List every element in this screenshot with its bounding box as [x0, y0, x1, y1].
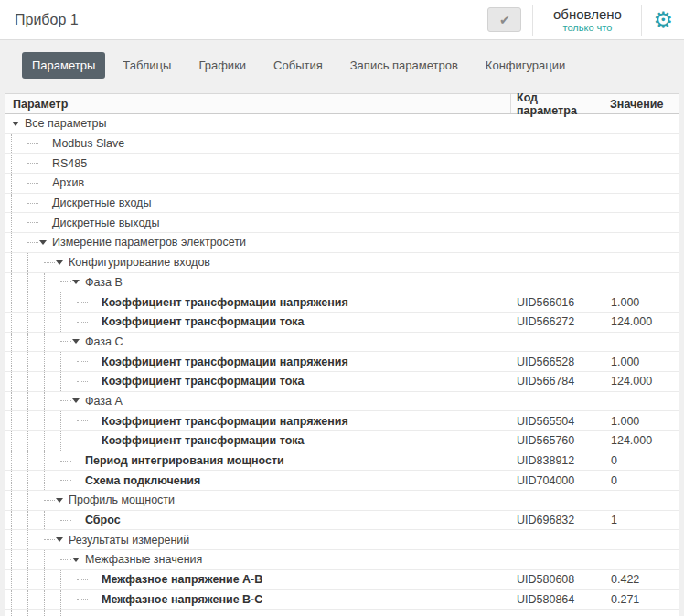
expander-icon[interactable]	[56, 498, 63, 503]
table-row[interactable]: Коэффициент трансформации напряженияUID5…	[5, 292, 679, 313]
table-row[interactable]: Конфигурирование входов	[5, 253, 679, 273]
param-code: UID566784	[510, 372, 604, 391]
param-value[interactable]: 1	[604, 511, 679, 530]
tree-guide-line	[44, 292, 60, 312]
table-row[interactable]: Коэффициент трансформации токаUID5667841…	[5, 372, 679, 392]
table-row[interactable]: Фаза A	[5, 392, 679, 412]
param-value[interactable]: 0.422	[604, 570, 679, 589]
gear-icon[interactable]: ⚙	[653, 9, 673, 31]
tree-guide-line	[44, 313, 60, 332]
apply-button[interactable]: ✔	[487, 7, 521, 32]
param-code: UID566528	[510, 352, 604, 371]
tab-tables[interactable]: Таблицы	[112, 52, 181, 79]
tree-guide-line	[11, 313, 27, 332]
tab-parameters[interactable]: Параметры	[22, 52, 105, 79]
tree-connector-line	[77, 302, 88, 303]
tree-guide-line	[27, 253, 44, 272]
update-status: обновлено только что	[532, 5, 642, 36]
row-label: RS485	[52, 157, 87, 170]
column-header-parameter[interactable]: Параметр	[5, 94, 510, 113]
expander-icon[interactable]	[72, 398, 80, 403]
expander-icon[interactable]	[56, 260, 63, 265]
param-value	[604, 134, 679, 154]
param-cell: Все параметры	[5, 114, 510, 133]
table-row[interactable]: RS485	[5, 154, 679, 174]
tree-guide-line	[11, 233, 27, 252]
table-row[interactable]: Коэффициент трансформации токаUID5662721…	[5, 313, 679, 333]
table-row[interactable]: Коэффициент трансформации напряженияUID5…	[5, 352, 679, 372]
tree-rows: Все параметрыModbus SlaveRS485АрхивДискр…	[5, 114, 679, 616]
table-row[interactable]: Результаты измерений	[5, 530, 679, 550]
tree-guide-line	[11, 174, 27, 193]
tree-guide-line	[44, 610, 60, 616]
table-row[interactable]: Коэффициент трансформации напряженияUID5…	[5, 411, 679, 431]
column-header-code[interactable]: Код параметра	[510, 94, 604, 113]
param-value	[604, 174, 679, 193]
param-value[interactable]: 1.000	[604, 352, 679, 371]
tree-guide-line	[27, 352, 44, 371]
tree-guide-line	[60, 372, 77, 391]
tree-guide-line	[60, 570, 77, 589]
param-value[interactable]: 1.000	[604, 411, 679, 430]
table-row[interactable]: Дискретные входы	[5, 194, 679, 214]
tree-connector-line	[77, 381, 88, 382]
tree-guide-line	[11, 411, 27, 430]
column-header-value[interactable]: Значение	[604, 94, 679, 113]
param-code: UID566016	[510, 292, 604, 312]
table-row[interactable]: Измерение параметров электросети	[5, 233, 679, 253]
table-row[interactable]: Межфазное напряжение B-CUID5808640.271	[5, 590, 679, 611]
param-code	[510, 174, 604, 193]
row-label: Коэффициент трансформации тока	[102, 315, 304, 328]
param-value	[604, 273, 679, 292]
table-row[interactable]: Дискретные выходы	[5, 213, 679, 233]
table-row[interactable]: Все параметры	[5, 114, 679, 134]
param-value	[604, 194, 679, 213]
row-label: Коэффициент трансформации напряжения	[102, 415, 348, 428]
table-row[interactable]: Коэффициент трансформации токаUID5657601…	[5, 431, 679, 451]
param-value[interactable]: 0	[604, 471, 679, 490]
param-cell: Межфазные значения	[5, 550, 510, 569]
tab-configurations[interactable]: Конфигурации	[476, 52, 575, 79]
param-cell: RS485	[5, 154, 510, 173]
table-row[interactable]: Межфазные значения	[5, 550, 679, 570]
tab-parameter-recording[interactable]: Запись параметров	[340, 52, 468, 79]
param-value[interactable]: 124.000	[604, 431, 679, 451]
tree-guide-line	[27, 392, 44, 411]
param-value[interactable]: 0	[604, 451, 679, 471]
tree-guide-line	[11, 511, 27, 530]
param-value[interactable]: 124.000	[604, 372, 679, 391]
tree-connector-line	[44, 262, 55, 263]
expander-icon[interactable]	[72, 558, 80, 562]
table-row[interactable]	[5, 610, 679, 616]
table-row[interactable]: Архив	[5, 174, 679, 194]
param-cell: Межфазное напряжение A-B	[5, 570, 510, 589]
status-text: обновлено	[548, 6, 626, 22]
expander-icon[interactable]	[72, 339, 80, 344]
tree-connector-line	[77, 599, 88, 600]
tab-graphs[interactable]: Графики	[188, 52, 256, 79]
table-row[interactable]: Modbus Slave	[5, 134, 679, 154]
table-row[interactable]: СбросUID6968321	[5, 511, 679, 531]
param-value[interactable]: 0.271	[604, 590, 679, 610]
table-row[interactable]: Фаза B	[5, 273, 679, 293]
tree-guide-line	[11, 352, 27, 371]
table-row[interactable]: Профиль мощности	[5, 491, 679, 511]
table-row[interactable]: Схема подключенияUID7040000	[5, 471, 679, 491]
param-value[interactable]: 1.000	[604, 292, 679, 312]
table-row[interactable]: Межфазное напряжение A-BUID5806080.422	[5, 570, 679, 590]
tab-events[interactable]: События	[263, 52, 333, 79]
table-row[interactable]: Фаза C	[5, 333, 679, 353]
expander-icon[interactable]	[39, 240, 47, 245]
tree-connector-line	[77, 441, 88, 441]
tree-connector-line	[60, 461, 71, 462]
param-code	[510, 491, 604, 510]
expander-icon[interactable]	[72, 280, 80, 284]
tree-guide-line	[11, 451, 27, 471]
table-row[interactable]: Период интегрирования мощностиUID8389120	[5, 451, 679, 472]
expander-icon[interactable]	[56, 537, 63, 542]
param-value[interactable]: 124.000	[604, 313, 679, 332]
param-cell: Дискретные выходы	[5, 213, 510, 232]
expander-icon[interactable]	[12, 122, 19, 126]
tree-guide-line	[44, 471, 60, 490]
tree-guide-line	[11, 392, 27, 411]
